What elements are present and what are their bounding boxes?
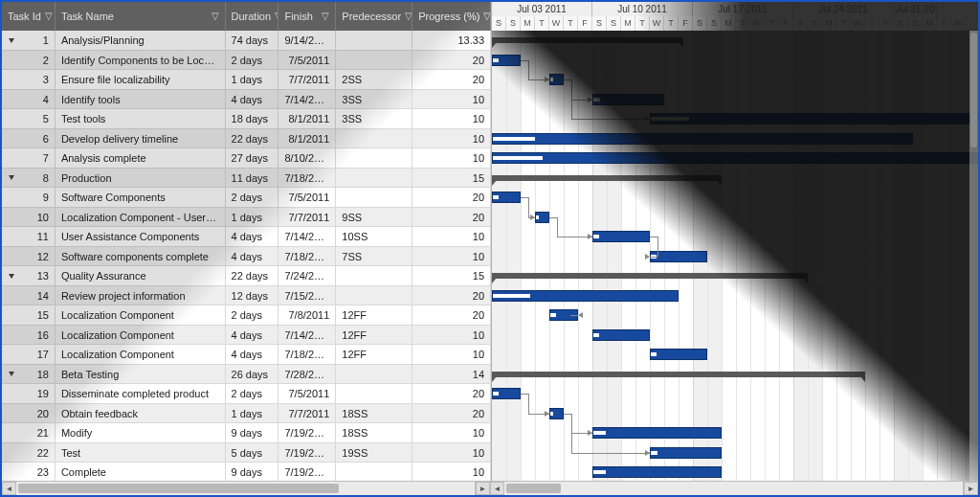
- cell-progress[interactable]: 10: [412, 423, 491, 442]
- task-bar[interactable]: [492, 55, 521, 66]
- task-bar[interactable]: [592, 94, 664, 105]
- cell-predecessor[interactable]: 12FF: [336, 326, 412, 345]
- cell-predecessor[interactable]: 18SS: [336, 404, 412, 423]
- col-task-id[interactable]: Task Id▽: [2, 2, 56, 31]
- task-bar[interactable]: [492, 133, 913, 145]
- summary-bar[interactable]: Project Manager: [492, 372, 865, 377]
- cell-task-name[interactable]: Software components complete: [56, 247, 226, 266]
- cell-progress[interactable]: 15: [412, 169, 491, 188]
- cell-task-name[interactable]: Software Components: [56, 188, 226, 207]
- table-row[interactable]: 19Disseminate completed product2 days7/5…: [2, 384, 491, 404]
- cell-task-name[interactable]: Localization Component - User Interf...: [56, 208, 226, 227]
- cell-duration[interactable]: 1 days: [226, 404, 279, 423]
- cell-predecessor[interactable]: [336, 169, 412, 188]
- cell-predecessor[interactable]: [336, 365, 412, 384]
- cell-duration[interactable]: 26 days: [226, 365, 279, 384]
- cell-duration[interactable]: 11 days: [226, 169, 279, 188]
- cell-predecessor[interactable]: [336, 148, 412, 168]
- vertical-scrollbar[interactable]: [969, 31, 978, 481]
- cell-finish[interactable]: 7/18/2011: [278, 345, 336, 364]
- cell-duration[interactable]: 1 days: [226, 208, 279, 227]
- cell-duration[interactable]: 4 days: [226, 90, 279, 109]
- scroll-right-button[interactable]: ►: [476, 482, 490, 495]
- expand-icon[interactable]: [8, 36, 15, 44]
- cell-predecessor[interactable]: 2SS: [336, 70, 412, 89]
- task-bar[interactable]: [549, 408, 564, 419]
- expand-icon[interactable]: [8, 370, 15, 377]
- task-bar[interactable]: [592, 329, 650, 341]
- cell-progress[interactable]: 10: [412, 326, 491, 345]
- scroll-left-button[interactable]: ◄: [490, 482, 504, 495]
- task-bar[interactable]: [492, 388, 521, 399]
- cell-predecessor[interactable]: [336, 266, 412, 285]
- cell-task-name[interactable]: Disseminate completed product: [56, 384, 226, 403]
- cell-predecessor[interactable]: 9SS: [336, 208, 412, 227]
- cell-progress[interactable]: 20: [412, 51, 491, 70]
- cell-finish[interactable]: 7/19/2011: [278, 423, 336, 442]
- cell-predecessor[interactable]: 18SS: [336, 423, 412, 442]
- col-duration[interactable]: Duration▽: [226, 2, 279, 31]
- cell-progress[interactable]: 10: [412, 109, 491, 128]
- cell-finish[interactable]: 7/18/2011: [278, 247, 336, 266]
- cell-predecessor[interactable]: [336, 463, 412, 481]
- cell-duration[interactable]: 4 days: [226, 227, 279, 246]
- cell-finish[interactable]: 7/5/2011: [278, 384, 336, 403]
- table-row[interactable]: 8Production11 days7/18/201115: [2, 169, 491, 189]
- filter-icon[interactable]: ▽: [45, 2, 53, 31]
- col-finish[interactable]: Finish▽: [278, 2, 336, 31]
- cell-task-name[interactable]: Obtain feedback: [56, 404, 226, 423]
- task-bar[interactable]: [592, 231, 650, 242]
- cell-finish[interactable]: 7/24/2011: [278, 266, 336, 285]
- table-row[interactable]: 17Localization Component4 days7/18/20111…: [2, 345, 491, 365]
- task-bar[interactable]: [492, 290, 679, 302]
- table-row[interactable]: 15Localization Component2 days7/8/201112…: [2, 305, 491, 326]
- cell-task-name[interactable]: Quality Assurance: [56, 266, 226, 285]
- cell-task-name[interactable]: Modify: [56, 423, 226, 442]
- cell-progress[interactable]: 15: [412, 266, 491, 285]
- cell-duration[interactable]: 1 days: [226, 70, 279, 89]
- cell-progress[interactable]: 10: [412, 90, 491, 109]
- cell-predecessor[interactable]: [336, 129, 412, 148]
- cell-predecessor[interactable]: [336, 188, 412, 207]
- cell-finish[interactable]: 8/1/2011: [278, 129, 336, 148]
- cell-predecessor[interactable]: [336, 384, 412, 403]
- grid-hscroll-track[interactable]: [16, 482, 476, 495]
- cell-task-name[interactable]: Beta Testing: [56, 365, 226, 384]
- cell-progress[interactable]: 20: [412, 70, 491, 89]
- cell-duration[interactable]: 4 days: [226, 247, 279, 266]
- cell-progress[interactable]: 20: [412, 404, 491, 423]
- cell-progress[interactable]: 10: [412, 463, 491, 481]
- cell-task-name[interactable]: Complete: [56, 463, 226, 481]
- task-bar[interactable]: [650, 447, 722, 459]
- cell-progress[interactable]: 10: [412, 443, 491, 463]
- table-row[interactable]: 1Analysis/Planning74 days9/14/201113.33: [2, 31, 491, 51]
- cell-progress[interactable]: 10: [412, 345, 491, 364]
- cell-progress[interactable]: 20: [412, 384, 491, 403]
- cell-progress[interactable]: 20: [412, 208, 491, 227]
- col-task-name[interactable]: Task Name▽: [56, 2, 226, 31]
- cell-predecessor[interactable]: 7SS: [336, 247, 412, 266]
- summary-bar[interactable]: [492, 37, 683, 43]
- cell-finish[interactable]: 7/8/2011: [278, 305, 336, 325]
- table-row[interactable]: 23Complete9 days7/19/201110: [2, 463, 491, 481]
- cell-progress[interactable]: 10: [412, 129, 491, 148]
- cell-predecessor[interactable]: [336, 51, 412, 70]
- table-row[interactable]: 22Test5 days7/19/201119SS10: [2, 443, 491, 463]
- cell-progress[interactable]: 10: [412, 148, 491, 168]
- task-bar[interactable]: [549, 74, 564, 85]
- task-bar[interactable]: [535, 212, 549, 223]
- cell-finish[interactable]: 7/14/2011: [278, 90, 336, 109]
- filter-icon[interactable]: ▽: [212, 2, 219, 31]
- cell-task-name[interactable]: User Assistance Components: [56, 227, 226, 246]
- cell-finish[interactable]: 7/28/2011: [278, 365, 336, 384]
- cell-finish[interactable]: 7/7/2011: [278, 208, 336, 227]
- task-bar[interactable]: [592, 427, 722, 439]
- cell-duration[interactable]: 18 days: [226, 109, 279, 128]
- cell-predecessor[interactable]: [336, 286, 412, 305]
- cell-task-name[interactable]: Develop delivery timeline: [56, 129, 226, 148]
- cell-finish[interactable]: 7/14/2011: [278, 326, 336, 345]
- cell-task-name[interactable]: Localization Component: [56, 326, 226, 345]
- cell-duration[interactable]: 12 days: [226, 286, 279, 305]
- cell-duration[interactable]: 22 days: [226, 266, 279, 285]
- summary-bar[interactable]: Technical Reviewer: [492, 273, 808, 279]
